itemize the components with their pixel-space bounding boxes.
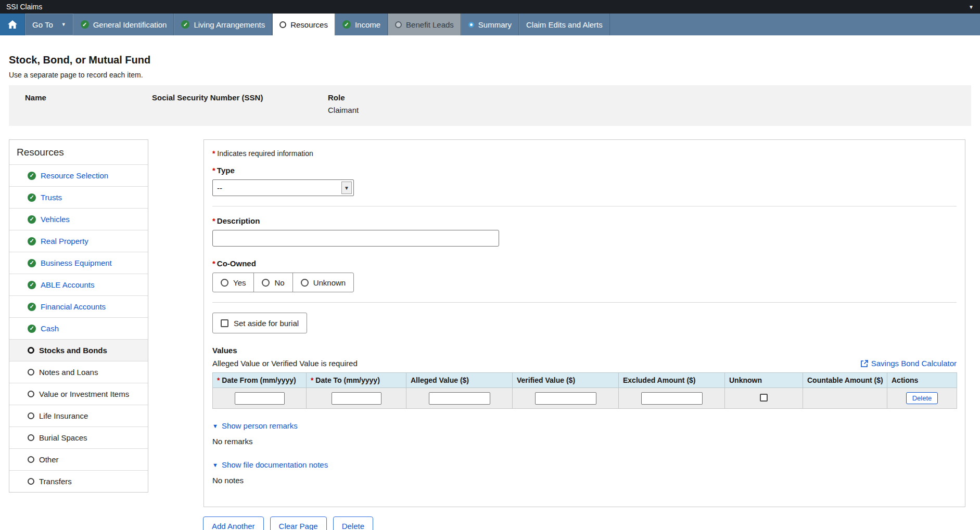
date-to-input[interactable] (332, 392, 381, 405)
chevron-down-icon: ▼ (61, 22, 66, 27)
alleged-value-input[interactable] (429, 392, 490, 405)
stock-bond-form: * Indicates required information *Type -… (203, 139, 965, 507)
sidebar-item-business-equipment: Business Equipment (9, 252, 148, 274)
countable-amount-cell (803, 388, 887, 409)
sidebar-item-resource-selection: Resource Selection (9, 164, 148, 186)
radio-icon (221, 279, 228, 287)
check-circle-icon (28, 237, 36, 245)
co-owned-yes-option[interactable]: Yes (213, 273, 254, 292)
tab-living-arrangements[interactable]: Living Arrangements (174, 14, 272, 35)
tab-resources[interactable]: Resources (272, 14, 335, 35)
check-circle-icon (28, 215, 36, 224)
info-circle-icon (468, 22, 474, 28)
chevron-down-icon[interactable]: ▼ (969, 4, 974, 10)
home-button[interactable] (0, 14, 25, 35)
tab-label: Resources (290, 20, 328, 29)
delete-button[interactable]: Delete (333, 516, 373, 530)
home-icon (8, 20, 17, 29)
col-header-alleged-value: Alleged Value ($) (406, 373, 513, 388)
person-role-label: Role (328, 93, 359, 102)
clear-page-button[interactable]: Clear Page (270, 516, 327, 530)
sidebar-item-life-insurance: Life Insurance (9, 405, 148, 426)
sidebar-item-other: Other (9, 448, 148, 470)
type-label: *Type (212, 166, 957, 175)
excluded-amount-input[interactable] (641, 392, 703, 405)
tab-benefit-leads[interactable]: Benefit Leads (388, 14, 461, 35)
tab-income[interactable]: Income (335, 14, 388, 35)
nav-tabs: General Identification Living Arrangemen… (74, 14, 610, 35)
col-header-date-from: * Date From (mm/yyyy) (213, 373, 307, 388)
circle-icon (28, 347, 34, 354)
date-from-input[interactable] (235, 392, 285, 405)
remarks-empty-text: No remarks (212, 437, 957, 446)
description-input[interactable] (212, 230, 499, 247)
description-label: *Description (212, 216, 957, 225)
sidebar-item-trusts: Trusts (9, 186, 148, 208)
goto-label: Go To (32, 20, 53, 29)
co-owned-label: *Co-Owned (212, 259, 957, 268)
person-role-value: Claimant (328, 106, 359, 114)
circle-icon (28, 434, 34, 441)
tab-general-identification[interactable]: General Identification (74, 14, 174, 35)
person-ssn-column: Social Security Number (SSN) (152, 93, 328, 114)
savings-bond-calculator-link[interactable]: Savings Bond Calculator (861, 359, 957, 368)
circle-icon (28, 456, 34, 463)
co-owned-unknown-option[interactable]: Unknown (293, 273, 354, 292)
circle-icon (395, 21, 402, 28)
chevron-down-icon: ▼ (212, 423, 218, 429)
radio-icon (301, 279, 309, 287)
resources-sidebar: Resources Resource Selection Trusts Vehi… (9, 139, 148, 493)
check-circle-icon (28, 193, 36, 202)
check-circle-icon (28, 259, 36, 267)
tab-label: General Identification (93, 20, 167, 29)
external-link-icon (861, 360, 868, 367)
page-subtitle: Use a separate page to record each item. (9, 71, 971, 79)
divider (212, 302, 957, 303)
add-another-button[interactable]: Add Another (203, 516, 264, 530)
app-titlebar: SSI Claims ▼ (0, 0, 980, 14)
tab-label: Living Arrangements (194, 20, 265, 29)
circle-icon (28, 412, 34, 419)
delete-row-button[interactable]: Delete (906, 392, 938, 404)
sidebar-title: Resources (9, 140, 148, 164)
co-owned-group: Yes No Unknown (212, 273, 354, 292)
verified-value-input[interactable] (535, 392, 596, 405)
type-select[interactable]: -- (212, 179, 354, 196)
sidebar-item-vehicles: Vehicles (9, 208, 148, 230)
radio-circle-icon (279, 21, 286, 28)
person-remarks-toggle[interactable]: ▼ Show person remarks (212, 421, 298, 430)
person-name-label: Name (25, 93, 152, 102)
check-circle-icon (342, 20, 351, 29)
sidebar-item-real-property: Real Property (9, 230, 148, 252)
tab-claim-edits-and-alerts[interactable]: Claim Edits and Alerts (519, 14, 610, 35)
person-summary: Name Social Security Number (SSN) Role C… (9, 85, 971, 126)
sidebar-item-stocks-and-bonds: Stocks and Bonds (9, 339, 148, 361)
page-content: Stock, Bond, or Mutual Fund Use a separa… (0, 54, 980, 530)
co-owned-no-option[interactable]: No (254, 273, 292, 292)
file-documentation-notes-toggle[interactable]: ▼ Show file documentation notes (212, 460, 328, 469)
burial-checkbox-option[interactable]: Set aside for burial (212, 313, 307, 333)
sidebar-item-financial-accounts: Financial Accounts (9, 295, 148, 317)
col-header-excluded-amount: Excluded Amount ($) (619, 373, 725, 388)
tab-summary[interactable]: Summary (461, 14, 519, 35)
sidebar-item-cash: Cash (9, 317, 148, 339)
tab-label: Income (355, 20, 380, 29)
checkbox-icon (221, 319, 228, 327)
col-header-date-to: * Date To (mm/yyyy) (307, 373, 406, 388)
sidebar-item-notes-and-loans: Notes and Loans (9, 361, 148, 383)
values-heading: Values (212, 346, 957, 355)
circle-icon (28, 478, 34, 485)
sidebar-item-burial-spaces: Burial Spaces (9, 426, 148, 448)
goto-dropdown[interactable]: Go To ▼ (25, 14, 73, 35)
circle-icon (28, 369, 34, 376)
col-header-unknown: Unknown (725, 373, 803, 388)
check-circle-icon (28, 281, 36, 289)
person-role-column: Role Claimant (328, 93, 359, 114)
sidebar-item-value-or-investment-items: Value or Investment Items (9, 383, 148, 405)
unknown-checkbox[interactable] (760, 394, 768, 402)
chevron-down-icon: ▼ (212, 462, 218, 468)
sidebar-item-able-accounts: ABLE Accounts (9, 274, 148, 295)
tab-label: Benefit Leads (406, 20, 454, 29)
person-name-column: Name (25, 93, 152, 114)
form-action-row: Add Another Clear Page Delete (203, 516, 971, 530)
